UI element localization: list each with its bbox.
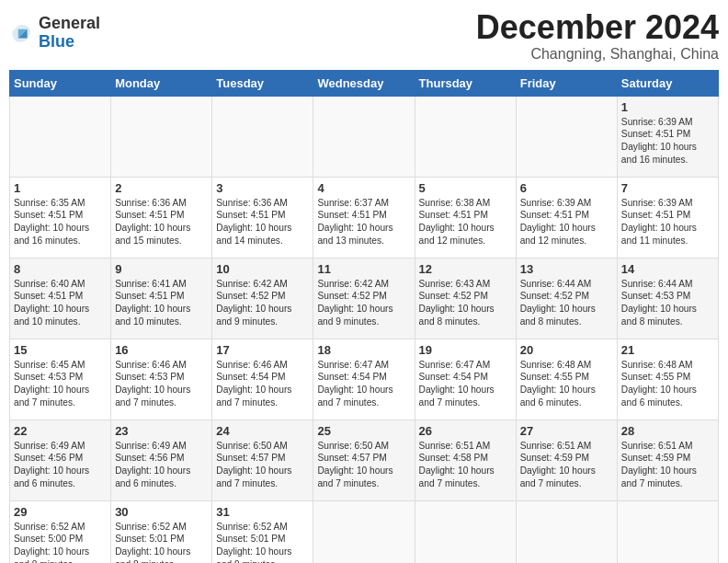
week-row-2: 8Sunrise: 6:40 AMSunset: 4:51 PMDaylight… — [10, 258, 719, 339]
cell-info: Sunrise: 6:40 AMSunset: 4:51 PMDaylight:… — [14, 278, 107, 328]
day-number: 22 — [14, 424, 107, 438]
calendar-cell — [111, 96, 212, 177]
cell-info: Sunrise: 6:50 AMSunset: 4:57 PMDaylight:… — [216, 440, 309, 490]
day-number: 18 — [317, 343, 410, 357]
cell-info: Sunrise: 6:46 AMSunset: 4:53 PMDaylight:… — [115, 359, 208, 409]
cell-info: Sunrise: 6:52 AMSunset: 5:01 PMDaylight:… — [216, 521, 309, 563]
day-number: 2 — [115, 181, 208, 195]
cell-info: Sunrise: 6:44 AMSunset: 4:53 PMDaylight:… — [621, 278, 714, 328]
cell-info: Sunrise: 6:45 AMSunset: 4:53 PMDaylight:… — [14, 359, 107, 409]
cell-info: Sunrise: 6:48 AMSunset: 4:55 PMDaylight:… — [621, 359, 714, 409]
calendar-cell: 3Sunrise: 6:36 AMSunset: 4:51 PMDaylight… — [212, 177, 313, 258]
week-row-3: 15Sunrise: 6:45 AMSunset: 4:53 PMDayligh… — [10, 339, 719, 419]
cell-info: Sunrise: 6:41 AMSunset: 4:51 PMDaylight:… — [115, 278, 208, 328]
calendar-cell: 7Sunrise: 6:39 AMSunset: 4:51 PMDaylight… — [617, 177, 718, 258]
header-monday: Monday — [111, 70, 212, 96]
cell-info: Sunrise: 6:42 AMSunset: 4:52 PMDaylight:… — [216, 278, 309, 328]
cell-info: Sunrise: 6:36 AMSunset: 4:51 PMDaylight:… — [216, 197, 309, 247]
calendar-cell — [313, 500, 415, 563]
page-header: General Blue December 2024 Changning, Sh… — [9, 9, 719, 63]
calendar-cell: 11Sunrise: 6:42 AMSunset: 4:52 PMDayligh… — [313, 258, 415, 339]
cell-info: Sunrise: 6:51 AMSunset: 4:58 PMDaylight:… — [419, 440, 512, 490]
day-number: 27 — [520, 424, 613, 438]
day-number: 13 — [520, 262, 613, 276]
calendar-cell — [516, 96, 617, 177]
day-number: 29 — [14, 505, 107, 519]
calendar-cell: 20Sunrise: 6:48 AMSunset: 4:55 PMDayligh… — [516, 339, 617, 419]
title-block: December 2024 Changning, Shanghai, China — [476, 9, 719, 63]
calendar-cell: 16Sunrise: 6:46 AMSunset: 4:53 PMDayligh… — [111, 339, 212, 419]
calendar-cell: 12Sunrise: 6:43 AMSunset: 4:52 PMDayligh… — [415, 258, 516, 339]
logo-text: General Blue — [39, 15, 100, 52]
calendar-cell — [617, 500, 718, 563]
day-number: 16 — [115, 343, 208, 357]
calendar-cell — [212, 96, 313, 177]
day-number: 30 — [115, 505, 208, 519]
calendar-cell: 4Sunrise: 6:37 AMSunset: 4:51 PMDaylight… — [313, 177, 415, 258]
day-number: 20 — [520, 343, 613, 357]
calendar-cell: 14Sunrise: 6:44 AMSunset: 4:53 PMDayligh… — [617, 258, 718, 339]
cell-info: Sunrise: 6:49 AMSunset: 4:56 PMDaylight:… — [14, 440, 107, 490]
cell-info: Sunrise: 6:44 AMSunset: 4:52 PMDaylight:… — [520, 278, 613, 328]
calendar-cell: 1Sunrise: 6:39 AMSunset: 4:51 PMDaylight… — [617, 96, 718, 177]
cell-info: Sunrise: 6:39 AMSunset: 4:51 PMDaylight:… — [621, 116, 714, 167]
day-number: 28 — [621, 424, 714, 438]
cell-info: Sunrise: 6:39 AMSunset: 4:51 PMDaylight:… — [520, 197, 613, 247]
day-number: 9 — [115, 262, 208, 276]
cell-info: Sunrise: 6:48 AMSunset: 4:55 PMDaylight:… — [520, 359, 613, 409]
calendar-cell — [415, 500, 516, 563]
cell-info: Sunrise: 6:43 AMSunset: 4:52 PMDaylight:… — [419, 278, 512, 328]
day-number: 3 — [216, 181, 309, 195]
day-number: 7 — [621, 181, 714, 195]
calendar-cell — [516, 500, 617, 563]
cell-info: Sunrise: 6:39 AMSunset: 4:51 PMDaylight:… — [621, 197, 714, 247]
location-subtitle: Changning, Shanghai, China — [476, 46, 719, 63]
day-number: 15 — [14, 343, 107, 357]
calendar-cell: 19Sunrise: 6:47 AMSunset: 4:54 PMDayligh… — [415, 339, 516, 419]
calendar-cell: 29Sunrise: 6:52 AMSunset: 5:00 PMDayligh… — [10, 500, 111, 563]
cell-info: Sunrise: 6:52 AMSunset: 5:01 PMDaylight:… — [115, 521, 208, 563]
calendar-cell: 31Sunrise: 6:52 AMSunset: 5:01 PMDayligh… — [212, 500, 313, 563]
calendar-cell: 6Sunrise: 6:39 AMSunset: 4:51 PMDaylight… — [516, 177, 617, 258]
header-saturday: Saturday — [617, 70, 718, 96]
header-wednesday: Wednesday — [313, 70, 415, 96]
day-number: 14 — [621, 262, 714, 276]
cell-info: Sunrise: 6:50 AMSunset: 4:57 PMDaylight:… — [317, 440, 410, 490]
cell-info: Sunrise: 6:51 AMSunset: 4:59 PMDaylight:… — [621, 440, 714, 490]
cell-info: Sunrise: 6:47 AMSunset: 4:54 PMDaylight:… — [419, 359, 512, 409]
calendar-cell: 27Sunrise: 6:51 AMSunset: 4:59 PMDayligh… — [516, 419, 617, 500]
day-number: 5 — [419, 181, 512, 195]
day-number: 17 — [216, 343, 309, 357]
day-number: 19 — [419, 343, 512, 357]
day-number: 23 — [115, 424, 208, 438]
calendar-cell: 10Sunrise: 6:42 AMSunset: 4:52 PMDayligh… — [212, 258, 313, 339]
header-row: SundayMondayTuesdayWednesdayThursdayFrid… — [10, 70, 719, 96]
calendar-cell: 30Sunrise: 6:52 AMSunset: 5:01 PMDayligh… — [111, 500, 212, 563]
header-sunday: Sunday — [10, 70, 111, 96]
header-thursday: Thursday — [415, 70, 516, 96]
cell-info: Sunrise: 6:37 AMSunset: 4:51 PMDaylight:… — [317, 197, 410, 247]
calendar-cell: 17Sunrise: 6:46 AMSunset: 4:54 PMDayligh… — [212, 339, 313, 419]
calendar-cell: 24Sunrise: 6:50 AMSunset: 4:57 PMDayligh… — [212, 419, 313, 500]
cell-info: Sunrise: 6:51 AMSunset: 4:59 PMDaylight:… — [520, 440, 613, 490]
calendar-cell: 22Sunrise: 6:49 AMSunset: 4:56 PMDayligh… — [10, 419, 111, 500]
week-row-0: 1Sunrise: 6:39 AMSunset: 4:51 PMDaylight… — [10, 96, 719, 177]
cell-info: Sunrise: 6:52 AMSunset: 5:00 PMDaylight:… — [14, 521, 107, 563]
cell-info: Sunrise: 6:38 AMSunset: 4:51 PMDaylight:… — [419, 197, 512, 247]
calendar-cell: 9Sunrise: 6:41 AMSunset: 4:51 PMDaylight… — [111, 258, 212, 339]
cell-info: Sunrise: 6:42 AMSunset: 4:52 PMDaylight:… — [317, 278, 410, 328]
calendar-cell: 13Sunrise: 6:44 AMSunset: 4:52 PMDayligh… — [516, 258, 617, 339]
calendar-cell: 1Sunrise: 6:35 AMSunset: 4:51 PMDaylight… — [10, 177, 111, 258]
logo-blue: Blue — [39, 33, 100, 52]
cell-info: Sunrise: 6:46 AMSunset: 4:54 PMDaylight:… — [216, 359, 309, 409]
day-number: 6 — [520, 181, 613, 195]
day-number: 24 — [216, 424, 309, 438]
header-tuesday: Tuesday — [212, 70, 313, 96]
day-number: 25 — [317, 424, 410, 438]
calendar-cell: 2Sunrise: 6:36 AMSunset: 4:51 PMDaylight… — [111, 177, 212, 258]
day-number: 1 — [14, 181, 107, 195]
cell-info: Sunrise: 6:49 AMSunset: 4:56 PMDaylight:… — [115, 440, 208, 490]
day-number: 26 — [419, 424, 512, 438]
calendar-cell — [415, 96, 516, 177]
day-number: 8 — [14, 262, 107, 276]
